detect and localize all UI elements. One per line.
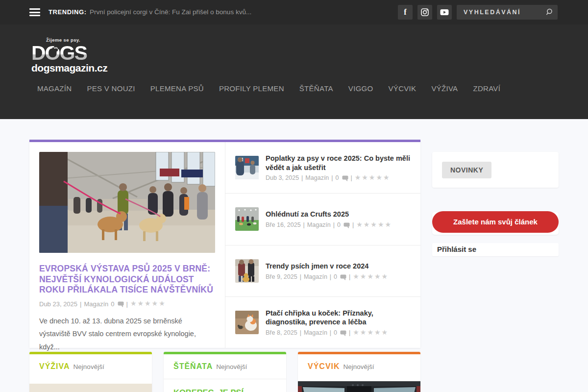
comment-count[interactable]: 0 bbox=[337, 221, 341, 228]
comment-count[interactable]: 0 bbox=[336, 174, 339, 181]
facebook-icon[interactable]: f bbox=[398, 5, 413, 20]
search-input[interactable] bbox=[457, 5, 540, 20]
main-navigation: MAGAZÍN PES V NOUZI PLEMENA PSŮ PROFILY … bbox=[37, 84, 500, 93]
article-category[interactable]: Magazín bbox=[307, 221, 331, 228]
article-date[interactable]: Bře 8, 2025 bbox=[266, 329, 297, 336]
nav-item-plemena-psu[interactable]: PLEMENA PSŮ bbox=[150, 84, 204, 93]
category-post-image[interactable] bbox=[298, 381, 420, 392]
rating-stars: ★★★★★ bbox=[355, 173, 391, 181]
category-title-vycvik[interactable]: VÝCVIK bbox=[308, 362, 340, 370]
tab-novinky[interactable]: NOVINKY bbox=[442, 162, 491, 178]
nav-item-stenata[interactable]: ŠTĚŇATA bbox=[299, 84, 333, 93]
article-title[interactable]: Poplatky za psy v roce 2025: Co byste mě… bbox=[266, 154, 411, 172]
category-subtitle: Nejnovější bbox=[343, 363, 374, 370]
search-box bbox=[457, 5, 558, 20]
article-title[interactable]: Ptačí chřipka u koček: Příznaky, diagnos… bbox=[266, 309, 411, 327]
search-icon[interactable] bbox=[545, 8, 553, 16]
category-subtitle: Nejnovější bbox=[216, 363, 247, 370]
submit-article-button[interactable]: Zašlete nám svůj článek bbox=[432, 211, 559, 233]
comment-icon bbox=[118, 301, 124, 307]
sidebar-novinky-card: NOVINKY bbox=[432, 152, 559, 188]
featured-article-image[interactable] bbox=[39, 152, 215, 253]
list-item: Trendy psích jmen v roce 2024 Bře 9, 202… bbox=[225, 245, 420, 297]
comment-icon bbox=[343, 222, 350, 228]
nav-item-magazin[interactable]: MAGAZÍN bbox=[37, 84, 72, 93]
featured-article: EVROPSKÁ VÝSTAVA PSŮ 2025 V BRNĚ: NEJVĚT… bbox=[29, 142, 225, 348]
category-post-title[interactable]: KOBEREC, JE PSÍ bbox=[173, 388, 276, 392]
instagram-icon[interactable] bbox=[417, 5, 432, 20]
trending-article-link[interactable]: První policejní corgi v Číně: Fu Zai při… bbox=[90, 8, 251, 16]
article-date[interactable]: Bře 16, 2025 bbox=[266, 221, 301, 228]
rating-stars: ★★★★★ bbox=[356, 220, 392, 228]
category-box-stenata: ŠTĚŇATANejnovější KOBEREC, JE PSÍ bbox=[164, 352, 286, 392]
trending-label: TRENDING: bbox=[49, 8, 87, 16]
featured-article-title[interactable]: EVROPSKÁ VÝSTAVA PSŮ 2025 V BRNĚ: NEJVĚT… bbox=[39, 264, 215, 295]
list-item: Ohlédnutí za Crufts 2025 Bře 16, 2025 | … bbox=[225, 194, 420, 245]
nav-item-vycvik[interactable]: VÝCVIK bbox=[389, 84, 416, 93]
login-link[interactable]: Přihlásit se bbox=[432, 243, 559, 256]
article-thumbnail[interactable] bbox=[235, 156, 259, 179]
nav-item-vyziva[interactable]: VÝŽIVA bbox=[431, 84, 458, 93]
category-box-vyziva: VÝŽIVANejnovější bbox=[29, 352, 152, 392]
category-title-stenata[interactable]: ŠTĚŇATA bbox=[173, 362, 213, 370]
article-date[interactable]: Dub 23, 2025 bbox=[39, 300, 77, 308]
list-item: Poplatky za psy v roce 2025: Co byste mě… bbox=[225, 142, 420, 194]
youtube-icon[interactable] bbox=[437, 5, 452, 20]
article-date[interactable]: Bře 9, 2025 bbox=[266, 273, 297, 280]
article-thumbnail[interactable] bbox=[235, 207, 259, 231]
comment-count[interactable]: 0 bbox=[111, 300, 114, 308]
nav-item-zdravi[interactable]: ZDRAVÍ bbox=[473, 84, 500, 93]
comment-count[interactable]: 0 bbox=[334, 273, 337, 280]
article-category[interactable]: Magazín bbox=[304, 273, 327, 280]
category-title-vyziva[interactable]: VÝŽIVA bbox=[39, 362, 70, 370]
article-category[interactable]: Magazín bbox=[304, 329, 327, 336]
rating-stars: ★★★★★ bbox=[130, 299, 166, 307]
logo-text: DOGS bbox=[31, 43, 105, 64]
article-category[interactable]: Magazín bbox=[305, 174, 329, 181]
nav-item-pes-v-nouzi[interactable]: PES V NOUZI bbox=[87, 84, 135, 93]
divider bbox=[164, 379, 286, 379]
category-box-vycvik: VÝCVIKNejnovější bbox=[298, 352, 420, 392]
paw-icon bbox=[51, 44, 61, 53]
site-header: Žijeme se psy. DOGS dogsmagazin.cz MAGAZ… bbox=[0, 24, 588, 119]
article-list: Poplatky za psy v roce 2025: Co byste mě… bbox=[225, 142, 420, 348]
featured-article-meta: Dub 23, 2025 | Magazín 0 | ★★★★★ bbox=[39, 300, 215, 308]
comment-icon bbox=[342, 175, 348, 181]
category-post-image[interactable] bbox=[29, 384, 152, 392]
article-thumbnail[interactable] bbox=[235, 259, 259, 283]
site-logo[interactable]: Žijeme se psy. DOGS dogsmagazin.cz bbox=[31, 37, 105, 74]
comment-icon bbox=[340, 330, 346, 336]
social-links: f bbox=[398, 5, 452, 20]
article-title[interactable]: Ohlédnutí za Crufts 2025 bbox=[266, 210, 411, 219]
rating-stars: ★★★★★ bbox=[353, 328, 389, 336]
top-bar: TRENDING: První policejní corgi v Číně: … bbox=[0, 0, 588, 24]
rating-stars: ★★★★★ bbox=[353, 272, 389, 280]
featured-article-excerpt: Ve dnech 10. až 13. dubna 2025 se brněns… bbox=[39, 315, 215, 354]
category-subtitle: Nejnovější bbox=[74, 363, 104, 370]
featured-posts-card: EVROPSKÁ VÝSTAVA PSŮ 2025 V BRNĚ: NEJVĚT… bbox=[29, 140, 420, 348]
article-category[interactable]: Magazín bbox=[84, 300, 108, 308]
nav-item-profily-plemen[interactable]: PROFILY PLEMEN bbox=[219, 84, 284, 93]
article-title[interactable]: Trendy psích jmen v roce 2024 bbox=[266, 262, 411, 271]
hamburger-menu-icon[interactable] bbox=[29, 8, 40, 16]
article-date[interactable]: Dub 3, 2025 bbox=[266, 174, 299, 181]
nav-item-viggo[interactable]: VIGGO bbox=[348, 84, 373, 93]
comment-count[interactable]: 0 bbox=[334, 329, 337, 336]
list-item: Ptačí chřipka u koček: Příznaky, diagnos… bbox=[225, 297, 420, 348]
comment-icon bbox=[340, 274, 346, 280]
article-thumbnail[interactable] bbox=[235, 311, 259, 334]
